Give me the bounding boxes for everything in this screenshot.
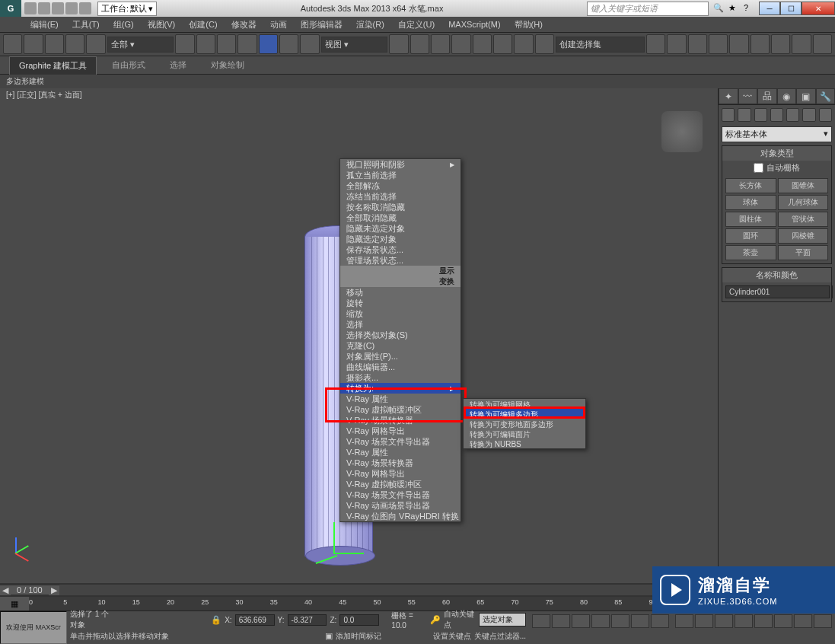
- bind-button[interactable]: [86, 34, 105, 54]
- shapes-icon[interactable]: [738, 108, 751, 122]
- x-coord[interactable]: 636.669: [235, 614, 275, 626]
- menu-item[interactable]: V-Ray 虚拟帧缓冲区: [340, 479, 461, 489]
- angle-snap-button[interactable]: [473, 34, 492, 54]
- hierarchy-tab[interactable]: 品: [757, 88, 777, 104]
- search-input[interactable]: 键入关键字或短语: [587, 2, 709, 16]
- spinner-snap-button[interactable]: [514, 34, 533, 54]
- menu-item[interactable]: 转换为:▶: [340, 383, 461, 394]
- menu-item[interactable]: V-Ray 位图向 VRayHDRI 转换: [340, 511, 461, 521]
- qat-save-icon[interactable]: [52, 2, 64, 14]
- snap-button[interactable]: [451, 34, 470, 54]
- menu-item[interactable]: 克隆(C): [340, 340, 461, 351]
- manipulate-button[interactable]: [410, 34, 429, 54]
- submenu-item-2[interactable]: 转换为可变形地面多边形: [464, 419, 585, 429]
- named-sel-button[interactable]: [535, 34, 554, 54]
- play-icon[interactable]: [572, 614, 590, 628]
- color-swatch[interactable]: [831, 285, 833, 298]
- menu-MAXScript(M)[interactable]: MAXScript(M): [448, 20, 500, 29]
- ribbon-tab-1[interactable]: 自由形式: [103, 56, 155, 74]
- menu-item[interactable]: 缩放: [340, 308, 461, 319]
- rollout-header-name[interactable]: 名称和颜色: [722, 268, 831, 282]
- primitive-茶壶[interactable]: 茶壶: [725, 245, 776, 260]
- named-selset-combo[interactable]: 创建选择集: [556, 37, 645, 53]
- submenu-item-0[interactable]: 转换为可编辑网格: [464, 399, 585, 409]
- menu-修改器[interactable]: 修改器: [231, 19, 257, 30]
- next-frame-icon[interactable]: [591, 614, 610, 628]
- menu-item[interactable]: 摄影表...: [340, 372, 461, 383]
- select-region-button[interactable]: [217, 34, 236, 54]
- z-coord[interactable]: 0.0: [339, 614, 379, 626]
- menu-创建(C)[interactable]: 创建(C): [189, 19, 217, 30]
- qat-redo-icon[interactable]: [79, 2, 91, 14]
- primitive-球体[interactable]: 球体: [725, 195, 776, 210]
- primitive-圆环[interactable]: 圆环: [725, 228, 776, 244]
- menu-item[interactable]: 保存场景状态...: [340, 244, 461, 255]
- keyboard-button[interactable]: [431, 34, 450, 54]
- scale-button[interactable]: [300, 34, 319, 54]
- maximize-viewport-icon[interactable]: [814, 614, 832, 628]
- lights-icon[interactable]: [754, 108, 767, 122]
- key-icon[interactable]: 🔑: [430, 615, 441, 625]
- addtime-button[interactable]: 添加时间标记: [336, 631, 381, 642]
- schematic-button[interactable]: [729, 34, 748, 54]
- menu-item[interactable]: 隐藏未选定对象: [340, 223, 461, 234]
- menu-帮助(H)[interactable]: 帮助(H): [515, 19, 543, 30]
- select-name-button[interactable]: [196, 34, 215, 54]
- maximize-button[interactable]: ☐: [780, 2, 802, 15]
- menu-图形编辑器[interactable]: 图形编辑器: [301, 19, 343, 30]
- menu-item[interactable]: 移动: [340, 287, 461, 298]
- menu-item[interactable]: 按名称取消隐藏: [340, 202, 461, 212]
- menu-item[interactable]: V-Ray 虚拟帧缓冲区: [340, 404, 461, 415]
- time-slider[interactable]: ◀ 0 / 100 ▶: [0, 583, 718, 597]
- prev-frame-icon[interactable]: [552, 614, 570, 628]
- goto-end-icon[interactable]: [611, 614, 629, 628]
- zoom-all-icon[interactable]: [695, 614, 713, 628]
- lock-icon[interactable]: 🔒: [211, 615, 221, 625]
- cameras-icon[interactable]: [770, 108, 783, 122]
- menu-渲染(R)[interactable]: 渲染(R): [356, 19, 384, 30]
- menu-item[interactable]: 管理场景状态...: [340, 255, 461, 266]
- maxscript-listener[interactable]: 欢迎使用 MAXScr: [0, 611, 67, 644]
- menu-item[interactable]: 隐藏选定对象: [340, 234, 461, 244]
- ribbon-tab-0[interactable]: Graphite 建模工具: [9, 56, 97, 75]
- viewcube[interactable]: [661, 111, 703, 152]
- zoom-extents-all-icon[interactable]: [735, 614, 753, 628]
- sel-filter-combo[interactable]: 全部 ▾: [107, 37, 174, 53]
- help-icon[interactable]: ?: [744, 3, 754, 14]
- ribbon-tab-3[interactable]: 对象绘制: [202, 56, 253, 74]
- geometry-category-combo[interactable]: 标准基本体▾: [722, 126, 832, 142]
- object-name-input[interactable]: [725, 285, 830, 298]
- close-button[interactable]: ✕: [802, 2, 835, 15]
- redo-button[interactable]: [24, 34, 43, 54]
- app-logo[interactable]: G: [0, 0, 21, 17]
- tag-icon[interactable]: ▣: [325, 631, 333, 641]
- key-mode-icon[interactable]: [631, 614, 649, 628]
- menu-item[interactable]: V-Ray 场景文件导出器: [340, 489, 461, 500]
- move-button[interactable]: [259, 34, 278, 54]
- autokey-button[interactable]: 自动关键点: [444, 609, 476, 630]
- menu-item[interactable]: 孤立当前选择: [340, 170, 461, 180]
- primitive-长方体[interactable]: 长方体: [725, 178, 776, 193]
- primitive-几何球体[interactable]: 几何球体: [778, 195, 829, 210]
- link-button[interactable]: [45, 34, 64, 54]
- modify-tab[interactable]: 〰: [738, 88, 758, 104]
- menu-视图(V)[interactable]: 视图(V): [148, 19, 176, 30]
- refcoord-combo[interactable]: 视图 ▾: [321, 37, 388, 53]
- time-prev-icon[interactable]: ◀: [0, 585, 11, 595]
- menu-item[interactable]: V-Ray 属性: [340, 394, 461, 404]
- material-button[interactable]: [751, 34, 770, 54]
- y-coord[interactable]: -8.327: [288, 614, 327, 626]
- submenu-item-4[interactable]: 转换为 NURBS: [464, 438, 585, 448]
- time-position[interactable]: 0 / 100: [11, 585, 49, 595]
- menu-item[interactable]: V-Ray 属性: [340, 447, 461, 457]
- zoom-extents-icon[interactable]: [715, 614, 733, 628]
- window-crossing-button[interactable]: [237, 34, 257, 54]
- time-next-icon[interactable]: ▶: [49, 585, 59, 595]
- qat-new-icon[interactable]: [24, 2, 37, 14]
- helpers-icon[interactable]: [786, 108, 799, 122]
- layers-button[interactable]: [688, 34, 707, 54]
- utilities-tab[interactable]: 🔧: [816, 88, 836, 104]
- menu-item[interactable]: 曲线编辑器...: [340, 362, 461, 372]
- submenu-item-1[interactable]: 转换为可编辑多边形: [464, 409, 585, 419]
- curve-editor-button[interactable]: [709, 34, 728, 54]
